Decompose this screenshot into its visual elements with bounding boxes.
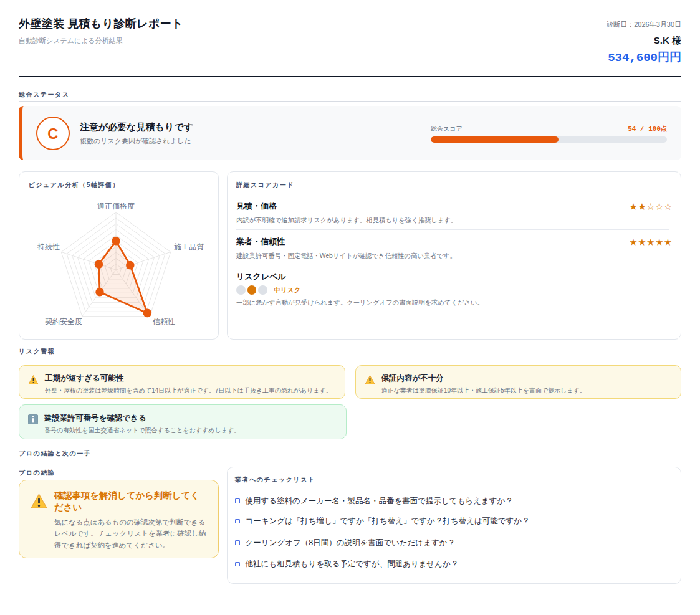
- svg-text:施工品質: 施工品質: [174, 242, 204, 251]
- svg-text:契約安全度: 契約安全度: [45, 317, 82, 326]
- svg-text:適正価格度: 適正価格度: [97, 202, 135, 211]
- svg-text:信頼性: 信頼性: [153, 317, 175, 326]
- svg-text:持続性: 持続性: [37, 242, 60, 251]
